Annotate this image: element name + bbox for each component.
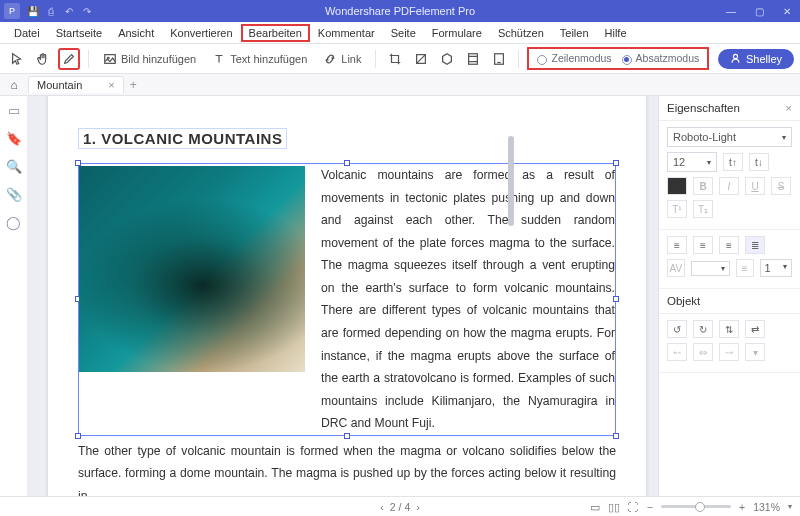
zoom-in-button[interactable]: + — [739, 501, 745, 513]
zoom-dropdown-icon[interactable]: ▾ — [788, 502, 792, 511]
background-tool-icon[interactable] — [436, 48, 458, 70]
flip-v-icon[interactable]: ⇅ — [719, 320, 739, 338]
new-tab-button[interactable]: + — [130, 78, 137, 92]
pdf-page: 1. VOLCANIC MOUNTAINS Volcanic mountains… — [48, 96, 646, 496]
align-left-button[interactable]: ≡ — [667, 236, 687, 254]
font-family-select[interactable]: Roboto-Light▾ — [667, 127, 792, 147]
doc-tab[interactable]: Mountain × — [28, 76, 124, 93]
font-color-button[interactable] — [667, 177, 687, 195]
watermark-tool-icon[interactable] — [410, 48, 432, 70]
doc-paragraph-2[interactable]: The other type of volcanic mountain is f… — [78, 440, 616, 496]
zoom-slider[interactable] — [661, 505, 731, 508]
toolbar: Bild hinzufügen Text hinzufügen Link Zei… — [0, 44, 800, 74]
menu-startseite[interactable]: Startseite — [48, 24, 110, 42]
close-panel-icon[interactable]: × — [785, 102, 792, 114]
zoom-out-button[interactable]: − — [647, 501, 653, 513]
crop-tool-icon[interactable] — [384, 48, 406, 70]
obj-align-right-icon[interactable]: ⤍ — [719, 343, 739, 361]
minimize-button[interactable]: — — [718, 1, 744, 21]
char-spacing-icon[interactable]: AV — [667, 259, 685, 277]
divider — [88, 50, 89, 68]
font-size-select[interactable]: 12▾ — [667, 152, 717, 172]
strike-button[interactable]: S — [771, 177, 791, 195]
hand-tool-icon[interactable] — [32, 48, 54, 70]
menu-hilfe[interactable]: Hilfe — [597, 24, 635, 42]
menu-konvertieren[interactable]: Konvertieren — [162, 24, 240, 42]
close-tab-icon[interactable]: × — [108, 79, 114, 91]
rotate-cw-icon[interactable]: ↻ — [693, 320, 713, 338]
menu-teilen[interactable]: Teilen — [552, 24, 597, 42]
doc-paragraph-1[interactable]: Volcanic mountains are formed as a resul… — [321, 164, 615, 435]
redo-icon[interactable]: ↷ — [81, 5, 93, 17]
divider — [518, 50, 519, 68]
save-icon[interactable]: 💾 — [27, 5, 39, 17]
comments-icon[interactable]: ◯ — [6, 214, 22, 230]
char-spacing-input[interactable]: ▾ — [691, 261, 730, 276]
flip-h-icon[interactable]: ⇄ — [745, 320, 765, 338]
line-spacing-input[interactable]: 1▾ — [760, 259, 792, 277]
bold-button[interactable]: B — [693, 177, 713, 195]
align-right-button[interactable]: ≡ — [719, 236, 739, 254]
divider — [375, 50, 376, 68]
selected-text-block[interactable]: Volcanic mountains are formed as a resul… — [78, 163, 616, 436]
add-image-button[interactable]: Bild hinzufügen — [97, 49, 202, 69]
obj-align-center-icon[interactable]: ⇔ — [693, 343, 713, 361]
undo-icon[interactable]: ↶ — [63, 5, 75, 17]
user-button[interactable]: Shelley — [718, 49, 794, 69]
menu-seite[interactable]: Seite — [383, 24, 424, 42]
align-justify-button[interactable]: ≣ — [745, 236, 765, 254]
obj-more-icon[interactable]: ▾ — [745, 343, 765, 361]
increase-size-icon[interactable]: t↑ — [723, 153, 743, 171]
menu-schuetzen[interactable]: Schützen — [490, 24, 552, 42]
rotate-ccw-icon[interactable]: ↺ — [667, 320, 687, 338]
line-spacing-icon[interactable]: ≡ — [736, 259, 754, 277]
italic-button[interactable]: I — [719, 177, 739, 195]
decrease-size-icon[interactable]: t↓ — [749, 153, 769, 171]
underline-button[interactable]: U — [745, 177, 765, 195]
prev-page-button[interactable]: ‹ — [380, 501, 384, 513]
document-canvas[interactable]: 1. VOLCANIC MOUNTAINS Volcanic mountains… — [28, 96, 658, 496]
attachments-icon[interactable]: 📎 — [6, 186, 22, 202]
thumbnails-icon[interactable]: ▭ — [6, 102, 22, 118]
subscript-button[interactable]: T₁ — [693, 200, 713, 218]
menubar: Datei Startseite Ansicht Konvertieren Be… — [0, 22, 800, 44]
menu-kommentar[interactable]: Kommentar — [310, 24, 383, 42]
object-header: Objekt — [659, 289, 800, 314]
bates-tool-icon[interactable] — [488, 48, 510, 70]
main-area: ▭ 🔖 🔍 📎 ◯ 1. VOLCANIC MOUNTAINS Volcanic… — [0, 96, 800, 496]
home-tab-icon[interactable]: ⌂ — [4, 75, 24, 95]
bookmarks-icon[interactable]: 🔖 — [6, 130, 22, 146]
doc-heading[interactable]: 1. VOLCANIC MOUNTAINS — [78, 128, 287, 149]
next-page-button[interactable]: › — [416, 501, 420, 513]
fullscreen-icon[interactable]: ⛶ — [628, 501, 639, 513]
page-indicator[interactable]: 2 / 4 — [390, 501, 410, 513]
select-tool-icon[interactable] — [6, 48, 28, 70]
edit-mode-group: Zeilenmodus Absatzmodus — [527, 47, 709, 69]
align-center-button[interactable]: ≡ — [693, 236, 713, 254]
zoom-value[interactable]: 131% — [753, 501, 780, 513]
search-icon[interactable]: 🔍 — [6, 158, 22, 174]
add-text-button[interactable]: Text hinzufügen — [206, 49, 313, 69]
header-footer-icon[interactable] — [462, 48, 484, 70]
add-link-button[interactable]: Link — [317, 49, 367, 69]
menu-formulare[interactable]: Formulare — [424, 24, 490, 42]
status-bar: ‹ 2 / 4 › ▭ ▯▯ ⛶ − + 131% ▾ — [0, 496, 800, 516]
titlebar: P 💾 ⎙ ↶ ↷ Wondershare PDFelement Pro — ▢… — [0, 0, 800, 22]
menu-datei[interactable]: Datei — [6, 24, 48, 42]
view-mode-icon[interactable]: ▭ — [590, 501, 600, 513]
menu-ansicht[interactable]: Ansicht — [110, 24, 162, 42]
app-logo-icon: P — [4, 3, 20, 19]
maximize-button[interactable]: ▢ — [746, 1, 772, 21]
view-mode-2-icon[interactable]: ▯▯ — [608, 501, 620, 513]
line-mode-radio[interactable]: Zeilenmodus — [537, 52, 611, 64]
close-button[interactable]: ✕ — [774, 1, 800, 21]
edit-tool-icon[interactable] — [58, 48, 80, 70]
obj-align-left-icon[interactable]: ⤌ — [667, 343, 687, 361]
app-title: Wondershare PDFelement Pro — [0, 5, 800, 17]
print-icon[interactable]: ⎙ — [45, 5, 57, 17]
menu-bearbeiten[interactable]: Bearbeiten — [241, 24, 310, 42]
superscript-button[interactable]: T¹ — [667, 200, 687, 218]
paragraph-mode-radio[interactable]: Absatzmodus — [622, 52, 700, 64]
doc-image[interactable] — [79, 166, 305, 372]
vertical-scrollbar[interactable] — [506, 96, 516, 496]
